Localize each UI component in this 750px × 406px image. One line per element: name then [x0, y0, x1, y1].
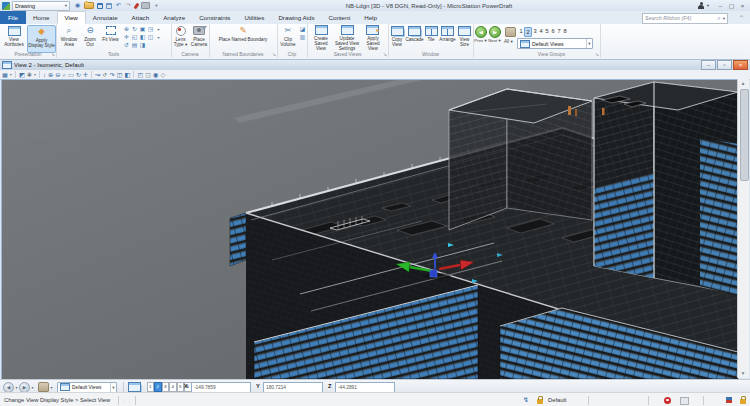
back-view-button[interactable]: ◀	[3, 382, 14, 393]
iso-view-icon[interactable]: ◳	[147, 26, 154, 33]
tab-analyze[interactable]: Analyze	[156, 11, 192, 24]
view-display-style-icon[interactable]: ▦	[2, 70, 8, 79]
forward-view-button[interactable]: ▶	[19, 382, 30, 393]
zoom-in-tool-icon[interactable]: ⊕	[48, 70, 53, 79]
search-icon[interactable]: ⌕	[717, 15, 720, 22]
print-icon[interactable]	[141, 2, 150, 9]
create-saved-view-button[interactable]: Create Saved View	[309, 25, 333, 51]
view-groups-dialog-launcher-icon[interactable]: ↘	[595, 52, 599, 57]
tab-view[interactable]: View	[57, 11, 86, 24]
view-settings-icon[interactable]: ✱	[27, 70, 32, 79]
scroll-down-icon[interactable]: ▼	[738, 369, 748, 378]
tab-content[interactable]: Content	[322, 11, 358, 24]
bottom-view-toggle-1[interactable]: 1	[147, 382, 155, 392]
snap-mode-icon[interactable]: ↯	[523, 396, 529, 404]
redo-view-icon[interactable]: ↷	[109, 70, 114, 79]
view-group-selector-bottom-chevron-icon[interactable]: ▾	[110, 383, 116, 392]
view-close-button[interactable]: ×	[733, 60, 748, 70]
tab-home[interactable]: Home	[26, 11, 57, 24]
view-minimize-button[interactable]: –	[701, 60, 716, 70]
tab-file[interactable]: File	[0, 11, 26, 24]
bottom-view-toggle-2[interactable]: 2	[154, 382, 162, 392]
workflow-selector[interactable]: Drawing ▾	[12, 1, 70, 11]
design-history-icon[interactable]	[726, 397, 732, 404]
prev-button[interactable]: Prev ▾	[474, 38, 487, 43]
views-icon[interactable]	[128, 382, 141, 392]
undo-view-icon[interactable]: ↺	[102, 70, 107, 79]
view-group-tool-icon[interactable]	[505, 27, 516, 37]
camera-filter-icon[interactable]	[201, 26, 207, 30]
tab-help[interactable]: Help	[357, 11, 384, 24]
minimize-button[interactable]: –	[715, 1, 726, 10]
close-button[interactable]: ×	[737, 1, 748, 10]
named-boundaries-dialog-launcher-icon[interactable]: ↘	[272, 52, 276, 57]
zoom-in-icon[interactable]: ⊕	[123, 26, 130, 33]
perspective-icon[interactable]: ◨	[139, 42, 146, 49]
lens-type-button[interactable]: Lens Type ▾	[172, 25, 189, 51]
view-group-selector[interactable]: Default Views ▾	[517, 38, 593, 49]
drag-handle[interactable]: ⋮⋮	[122, 398, 132, 403]
bottom-view-toggle-5[interactable]: 5	[177, 382, 185, 392]
markup-tool-icon[interactable]: ◉	[153, 70, 158, 79]
view-group-selector-bottom[interactable]: Default Views ▾	[57, 382, 117, 393]
saved-views-dialog-launcher-icon[interactable]: ↘	[383, 52, 387, 57]
top-view-icon[interactable]: ◫	[147, 34, 154, 41]
display-style-dropdown-icon[interactable]: ▾	[10, 70, 12, 79]
apply-display-style-button[interactable]: ◆ Apply Display Style	[27, 25, 56, 53]
z-coordinate-field[interactable]: -44.2891	[335, 382, 395, 393]
viewport-scrollbar[interactable]: ▲ ▼	[737, 79, 749, 378]
x-coordinate-field[interactable]: -149.7859	[191, 382, 251, 393]
more-commands-icon[interactable]: ▾	[153, 2, 160, 9]
fit-view-tool-icon[interactable]: ▭	[68, 70, 74, 79]
cascade-button[interactable]: Cascade	[406, 25, 423, 51]
rotate-view-icon[interactable]: ↻	[131, 26, 138, 33]
presentation-dialog-launcher-icon[interactable]: ↘	[51, 52, 55, 57]
back-dropdown-icon[interactable]: ▾	[16, 385, 18, 390]
view-toggle-8[interactable]: 8	[562, 27, 568, 35]
tab-attach[interactable]: Attach	[125, 11, 157, 24]
copy-view-tool-icon[interactable]: ◫	[117, 70, 123, 79]
window-area-button[interactable]: ⌕ Window Area	[58, 25, 80, 51]
view-group-dropdown-icon[interactable]: ▾	[51, 385, 53, 390]
bottom-view-toggle-3[interactable]: 3	[162, 382, 170, 392]
tab-drawing-aids[interactable]: Drawing Aids	[271, 11, 321, 24]
view-group-tool-icon-bottom[interactable]	[38, 382, 49, 392]
clip-volume-tool-icon[interactable]: ◰	[137, 70, 143, 79]
account-chevron-icon[interactable]: ▾	[707, 3, 709, 8]
redo-icon[interactable]: ↷	[125, 2, 132, 9]
prev-view-group-icon[interactable]: ◀	[475, 26, 487, 38]
clip-mask-tool-icon[interactable]: ◲	[145, 70, 151, 79]
walk-tool-icon[interactable]: ↝	[95, 70, 100, 79]
view-size-button[interactable]: View Size	[457, 25, 472, 51]
scroll-up-icon[interactable]: ▲	[738, 79, 748, 88]
search-ribbon-input[interactable]: Search Ribbon (F4) ⌕ ▾	[642, 13, 728, 24]
undo-icon[interactable]: ↶	[115, 2, 122, 9]
next-view-group-icon[interactable]: ▶	[489, 26, 501, 38]
view-group-selector-chevron-icon[interactable]: ▾	[586, 39, 592, 48]
tab-utilities[interactable]: Utilities	[237, 11, 271, 24]
window-area-tool-icon[interactable]: ⌕	[62, 70, 65, 79]
forward-dropdown-icon[interactable]: ▾	[32, 385, 34, 390]
rotate-view-tool-icon[interactable]: ↻	[76, 70, 81, 79]
arrange-button[interactable]: Arrange	[439, 25, 456, 51]
adjust-brightness-icon[interactable]: ↕	[43, 70, 46, 79]
view-previous-icon[interactable]: ◧	[125, 70, 131, 79]
view-attributes-button[interactable]: View Attributes	[2, 25, 26, 51]
tools-dropdown-icon[interactable]: ▾	[155, 26, 162, 33]
search-chevron-icon[interactable]: ▾	[723, 16, 725, 21]
active-level-value[interactable]: Default	[548, 397, 566, 403]
view-dropdown-icon[interactable]: ▾	[155, 34, 162, 41]
tab-constraints[interactable]: Constraints	[192, 11, 237, 24]
extra-tool-icon[interactable]: ◇	[161, 70, 166, 79]
collapse-ribbon-icon[interactable]: ⌃	[739, 14, 744, 21]
locks-icon[interactable]	[537, 399, 543, 404]
apply-saved-view-button[interactable]: ▸ Apply Saved View	[361, 25, 385, 51]
side-view-icon[interactable]: ▤	[131, 42, 138, 49]
view-restore-button[interactable]: ▫	[717, 60, 732, 70]
user-icon[interactable]: ◉	[74, 2, 81, 9]
all-views-button[interactable]: All ▾	[504, 39, 513, 44]
open-file-icon[interactable]	[84, 2, 94, 9]
tile-button[interactable]: Tile	[424, 25, 438, 51]
bottom-view-toggle-4[interactable]: 4	[169, 382, 177, 392]
maximize-button[interactable]: ▢	[726, 1, 737, 10]
